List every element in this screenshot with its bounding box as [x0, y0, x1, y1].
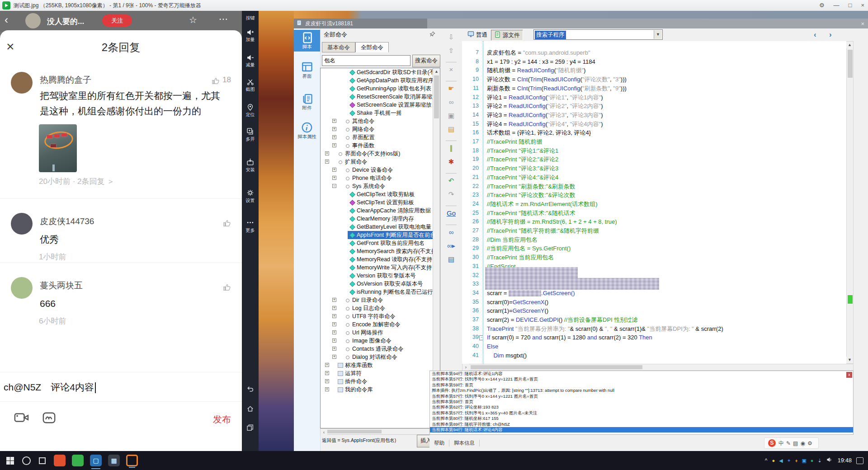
tree-item[interactable]: GetClipText 读取剪贴板: [321, 190, 440, 198]
tree-item[interactable]: MemoryWrite 写入内存(不支持: [321, 263, 440, 272]
move-up-icon[interactable]: ⇧: [440, 47, 462, 55]
app-green-icon[interactable]: [72, 455, 84, 466]
tree-item[interactable]: +Encode 加解密命令: [321, 320, 440, 329]
tree-item[interactable]: +Contacts 通讯录命令: [321, 345, 440, 353]
ime-icon[interactable]: ✎: [786, 440, 791, 446]
view-source-button[interactable]: 源文件: [491, 30, 523, 41]
tree-item[interactable]: ClearAppCache 清除应用数据: [321, 207, 440, 215]
delete-icon[interactable]: ×: [440, 66, 462, 73]
nav-item-properties[interactable]: 脚本属性: [294, 120, 320, 143]
code-area[interactable]: 皮皮虾包名 = "com.sup.android.superb"x1 = 179…: [483, 41, 847, 364]
tree-item[interactable]: Shake 手机摇一摇: [321, 109, 440, 117]
like-button[interactable]: 18: [211, 75, 231, 85]
tree-item[interactable]: ResetScreenScale 取消屏幕缩放: [321, 93, 440, 101]
tab-script-info[interactable]: 脚本信息: [449, 440, 480, 446]
comment-image[interactable]: [39, 124, 77, 172]
editor-hscrollbar[interactable]: ‹›: [462, 364, 854, 371]
toolstrip-keys-button[interactable]: 按键: [242, 14, 259, 21]
toolstrip-locate-button[interactable]: 定位: [242, 103, 259, 118]
tree-item[interactable]: GetSdcardDir 获取SD卡目录(不: [321, 68, 440, 76]
tree-item[interactable]: +其他命令: [321, 117, 440, 125]
log-line[interactable]: 当前脚本第57行: 找到序号1 x=365 y=40 图片名=未关注: [430, 410, 853, 416]
tree-item[interactable]: GetAppDataPath 获取应用程序: [321, 76, 440, 85]
tree-item[interactable]: MemorySearch 搜索内存(不支持: [321, 247, 440, 255]
pin-icon[interactable]: [429, 31, 436, 38]
tree-item[interactable]: +网络命令: [321, 125, 440, 133]
move-down-icon[interactable]: ⇩: [440, 33, 462, 41]
tree-item[interactable]: +Device 设备命令: [321, 166, 440, 174]
toolstrip-install-button[interactable]: 安装: [242, 158, 259, 173]
tree-item[interactable]: GetRunningApp 读取包名列表: [321, 85, 440, 93]
ime-icon[interactable]: ▤: [793, 440, 798, 446]
comment-meta[interactable]: 20小时前 · 2条回复 ＞: [39, 176, 114, 187]
log-line[interactable]: 当前脚本第62行: 评论坐标:193 823: [430, 404, 853, 410]
log-line[interactable]: 当前脚本第59行: 首页: [430, 382, 853, 388]
maximize-icon[interactable]: □: [849, 0, 852, 10]
input-method-bar[interactable]: S 中✎▤◉⚙: [764, 437, 819, 449]
tree-item[interactable]: +Url 网络操作: [321, 329, 440, 337]
notification-icon[interactable]: [856, 457, 863, 464]
app-capture-icon[interactable]: ▢: [90, 455, 102, 466]
script-tab[interactable]: 皮皮虾引流v188181 ×: [294, 19, 427, 28]
find-icon[interactable]: ∞: [440, 228, 462, 236]
start-button[interactable]: [6, 457, 14, 465]
nav-item-ui[interactable]: 界面: [294, 59, 320, 81]
ime-icon[interactable]: 中: [778, 440, 784, 446]
close-icon[interactable]: ×: [861, 20, 864, 27]
log-line[interactable]: 当前脚本第80行: 随机坐标:617 155: [430, 416, 853, 421]
redo-icon[interactable]: ↷: [440, 190, 462, 198]
goto-icon[interactable]: Go: [440, 209, 462, 217]
log-line[interactable]: 当前脚本第57行: 找到序号0 x=144 y=1221 图片名=首页: [430, 394, 853, 399]
tree-item[interactable]: +Image 图像命令: [321, 337, 440, 345]
like-button[interactable]: [222, 282, 231, 291]
tree-item[interactable]: −Sys 系统命令: [321, 182, 440, 190]
tree-item[interactable]: +Phone 电话命令: [321, 174, 440, 182]
ime-icon[interactable]: ⚙: [807, 440, 812, 446]
close-icon[interactable]: ×: [861, 0, 864, 10]
task-view-icon[interactable]: [39, 457, 46, 464]
tree-item[interactable]: +事件函数: [321, 141, 440, 150]
toolstrip-screenshot-button[interactable]: 截图: [242, 78, 259, 93]
tree-hscrollbar[interactable]: ‹›: [320, 428, 440, 435]
tree-item[interactable]: +运算符: [321, 369, 440, 377]
comment-meta[interactable]: 1小时前: [39, 252, 66, 262]
tree-item[interactable]: +标准库函数: [321, 361, 440, 369]
tree-item[interactable]: +插件命令: [321, 377, 440, 385]
log-line[interactable]: 当前脚本第89行: 随机字符前缀: ch@N5Z: [430, 422, 853, 427]
comment-meta[interactable]: 6小时前: [39, 316, 66, 326]
tray-expand-icon[interactable]: ^: [765, 457, 768, 464]
tree-item[interactable]: +界面配置: [321, 133, 440, 141]
tray-update-icon[interactable]: ♦: [795, 457, 798, 464]
editor-vscrollbar[interactable]: ▲▼: [846, 41, 854, 364]
view-normal-button[interactable]: 普通: [465, 30, 490, 40]
toolstrip-home-icon[interactable]: [242, 405, 259, 414]
minimize-icon[interactable]: —: [834, 0, 840, 10]
note-icon[interactable]: ▤: [440, 255, 462, 263]
tree-item[interactable]: +Dir 目录命令: [321, 296, 440, 304]
tree-item[interactable]: +我的命令库: [321, 385, 440, 394]
tab-help[interactable]: 帮助: [429, 440, 449, 446]
toolstrip-multi-open-button[interactable]: 多开: [242, 127, 259, 142]
subroutine-combobox[interactable]: 搜索子程序 ▼: [533, 29, 663, 40]
search-command-button[interactable]: 搜索命令: [412, 55, 440, 67]
log-line[interactable]: 当前脚本第57行: 找到序号0 x=144 y=1221 图片名=首页: [430, 376, 853, 382]
tab-all-commands[interactable]: 全部命令: [355, 42, 389, 52]
tray-shield-icon[interactable]: ●: [772, 457, 775, 464]
tree-item[interactable]: SetScreenScale 设置屏幕缩放: [321, 101, 440, 109]
command-search-input[interactable]: [322, 55, 410, 66]
tree-item[interactable]: isRunning 判断包名是否已运行: [321, 288, 440, 296]
tree-item[interactable]: GetBatteryLevel 获取电池电量: [321, 223, 440, 231]
tray-guard-icon[interactable]: ●: [811, 457, 814, 464]
undo-icon[interactable]: ↶: [440, 177, 462, 185]
paste-icon[interactable]: ▤: [440, 125, 462, 133]
log-line[interactable]: 当前脚本第94行: 随机话术:评论4内容: [430, 427, 853, 432]
tree-item[interactable]: GetFront 获取当前应用包名: [321, 239, 440, 247]
tree-item[interactable]: OsVersion 获取安卓版本号: [321, 280, 440, 288]
tree-item[interactable]: +UTF8 字符串命令: [321, 312, 440, 320]
app-media-icon[interactable]: [54, 455, 66, 466]
format-icon[interactable]: ∥: [440, 144, 462, 152]
clock[interactable]: 19:48: [838, 457, 852, 464]
toolstrip-volume-down-button[interactable]: 减量: [242, 53, 259, 68]
nav-item-attach[interactable]: 附件: [294, 91, 320, 113]
tree-item[interactable]: +Dialog 对话框命令: [321, 353, 440, 361]
